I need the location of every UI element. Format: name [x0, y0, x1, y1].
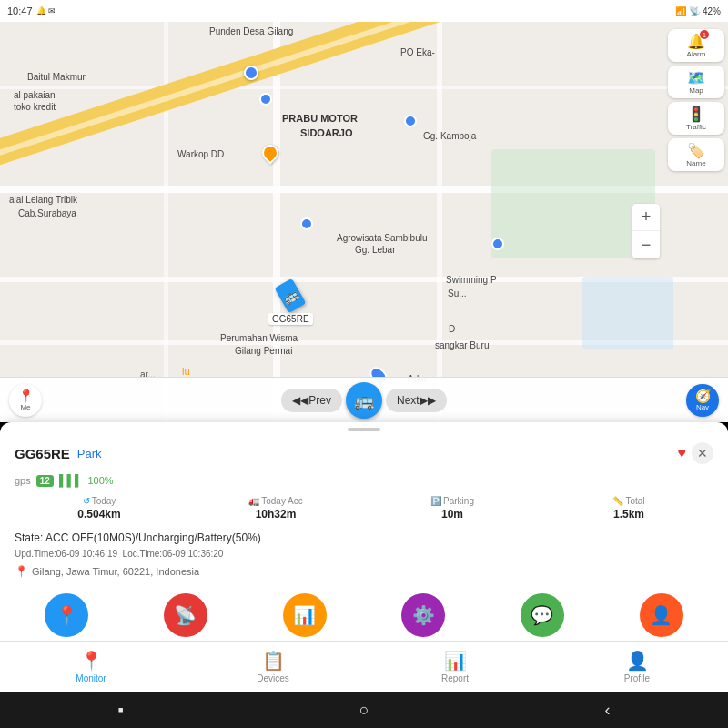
battery-badge: 100%	[87, 475, 113, 486]
back-btn[interactable]: ‹	[605, 701, 611, 720]
map-label-sidoarjo: SIDOARJO	[300, 127, 352, 138]
map-pin-orange	[262, 145, 278, 161]
stats-row: ↺Today 0.504km 🚛Today Acc 10h32m 🅿️Parki…	[0, 490, 728, 526]
map-pin	[244, 66, 258, 80]
working-icon: 👤	[640, 593, 683, 637]
zoom-out-btn[interactable]: −	[632, 231, 660, 258]
status-bar: 10:47 🔔 ✉ 📶 📡 42%	[0, 0, 728, 22]
battery-display: 42%	[703, 6, 721, 16]
map-label: PO Eka-	[400, 47, 435, 57]
me-btn[interactable]: 📍 Me	[9, 384, 42, 417]
navigate-btn[interactable]: 🧭 Nav	[686, 384, 719, 417]
map-label: Baitul Makmur	[27, 72, 86, 82]
today-km: 0.504km	[77, 508, 120, 521]
next-btn[interactable]: Next▶▶	[386, 389, 447, 412]
gps-info-row: gps 12 ▌▌▌ 100%	[0, 470, 728, 490]
time-display: 10:47	[7, 5, 33, 16]
location-pin-icon: 📍	[15, 563, 28, 581]
device-name: GG65RE	[15, 446, 70, 461]
info-panel: GG65RE Park ♥ ✕ gps 12 ▌▌▌ 100% ↺Today 0…	[0, 422, 728, 641]
map-pin	[491, 238, 504, 250]
traffic-label: Traffic	[686, 123, 706, 131]
vehicle-marker[interactable]: 🚌 GG65RE	[268, 281, 313, 325]
map-pin	[259, 93, 272, 106]
map-label-me: lu	[182, 366, 190, 377]
signal-display: 📶	[675, 6, 686, 16]
map-label: Cab.Surabaya	[18, 208, 76, 218]
map-label: Gg. Kamboja	[423, 131, 476, 141]
alarm-label: Alarm	[687, 50, 706, 58]
status-badge: Park	[77, 447, 102, 460]
name-label: Name	[686, 159, 705, 167]
today-acc-time: 10h32m	[256, 508, 297, 521]
gps-badge: 12	[36, 475, 54, 487]
total-stat: 📏Total 1.5km	[541, 496, 717, 521]
state-info: State: ACC OFF(10M0S)/Uncharging/Battery…	[0, 526, 728, 584]
map-label: Punden Desa Gilang	[209, 26, 293, 36]
recent-apps-btn[interactable]: ▪	[117, 701, 123, 720]
map-view[interactable]: Punden Desa Gilang Baitul Makmur al paka…	[0, 22, 728, 422]
profile-icon: 👤	[626, 650, 649, 672]
map-control-btn[interactable]: 🗺️ Map	[668, 66, 724, 98]
map-controls-panel: 🔔 1 Alarm 🗺️ Map 🚦 Traffic 🏷️ Name	[664, 22, 728, 180]
map-label: Gg. Lebar	[355, 245, 395, 255]
alarm-control-btn[interactable]: 🔔 1 Alarm	[668, 29, 724, 62]
location-text: Gilang, Jawa Timur, 60221, Indonesia	[32, 564, 199, 581]
map-label: Su...	[448, 288, 467, 298]
drag-handle[interactable]	[348, 428, 380, 431]
fence-icon: 📊	[283, 593, 327, 637]
times-info: Upd.Time:06-09 10:46:19 Loc.Time:06-09 1…	[15, 547, 713, 561]
status-left: 10:47 🔔 ✉	[7, 5, 56, 16]
nav-profile[interactable]: 👤 Profile	[546, 642, 728, 692]
report-icon: 📊	[444, 650, 467, 672]
report-label: Report	[441, 673, 469, 683]
close-btn[interactable]: ✕	[692, 442, 713, 464]
traffic-control-btn[interactable]: 🚦 Traffic	[668, 102, 724, 135]
nav-center-controls: ◀◀Prev 🚌 Next▶▶	[281, 382, 446, 419]
navigation-controls: 📍 Me ◀◀Prev 🚌 Next▶▶ 🧭 Nav	[0, 377, 728, 422]
map-zoom-controls: + −	[632, 204, 660, 258]
map-label: D	[449, 324, 455, 334]
favorite-icon[interactable]: ♥	[678, 445, 687, 461]
cmd-icon: ⚙️	[401, 593, 445, 637]
name-control-btn[interactable]: 🏷️ Name	[668, 138, 724, 171]
zoom-in-btn[interactable]: +	[632, 204, 660, 231]
map-pin	[404, 115, 417, 127]
info-header: GG65RE Park ♥ ✕	[0, 433, 728, 470]
home-btn[interactable]: ○	[359, 701, 369, 720]
nav-devices[interactable]: 📋 Devices	[182, 642, 364, 692]
next-label: Next▶▶	[397, 394, 436, 407]
monitor-label: Monitor	[76, 673, 106, 683]
notification-icons: 🔔 ✉	[36, 6, 56, 15]
nav-label: Nav	[696, 403, 709, 411]
info-icon: 💬	[521, 593, 564, 637]
real-icon: 📡	[164, 593, 207, 637]
map-label: Gilang Permai	[235, 346, 292, 356]
devices-icon: 📋	[262, 650, 285, 672]
map-label: alai Lelang Tribik	[9, 195, 77, 205]
prev-btn[interactable]: ◀◀Prev	[281, 389, 342, 412]
wifi-display: 📡	[689, 6, 700, 16]
vehicle-id-label: GG65RE	[268, 313, 313, 325]
profile-label: Profile	[624, 673, 650, 683]
status-right: 📶 📡 42%	[675, 6, 721, 16]
system-navigation: ▪ ○ ‹	[0, 692, 728, 728]
bottom-navigation: 📍 Monitor 📋 Devices 📊 Report 👤 Profile	[0, 641, 728, 692]
map-label: Warkop DD	[177, 149, 224, 159]
vehicle-center-btn[interactable]: 🚌	[346, 382, 382, 419]
prev-label: ◀◀Prev	[292, 394, 331, 407]
today-acc-stat: 🚛Today Acc 10h32m	[187, 496, 364, 521]
map-label: Agrowisata Sambibulu	[337, 233, 428, 243]
state-text: State: ACC OFF(10M0S)/Uncharging/Battery…	[15, 530, 713, 547]
map-label: al pakaian	[14, 90, 56, 100]
nav-monitor[interactable]: 📍 Monitor	[0, 642, 182, 692]
history-icon: 📍	[45, 593, 88, 637]
devices-label: Devices	[257, 673, 289, 683]
location-info: 📍 Gilang, Jawa Timur, 60221, Indonesia	[15, 563, 713, 581]
vehicle-icon: 🚌	[275, 278, 307, 314]
today-stat: ↺Today 0.504km	[11, 496, 187, 521]
nav-report[interactable]: 📊 Report	[364, 642, 546, 692]
monitor-icon: 📍	[80, 650, 103, 672]
map-pin	[300, 217, 313, 230]
parking-stat: 🅿️Parking 10m	[364, 496, 541, 521]
